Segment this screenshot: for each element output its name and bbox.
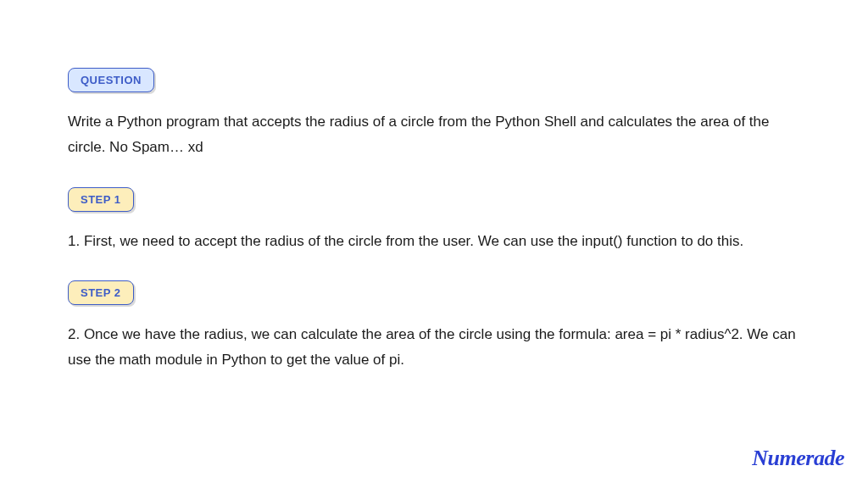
brand-logo: Numerade bbox=[752, 446, 844, 471]
step-1-badge: STEP 1 bbox=[68, 187, 134, 212]
step-2-badge: STEP 2 bbox=[68, 280, 134, 305]
step-2-section: STEP 2 2. Once we have the radius, we ca… bbox=[68, 280, 800, 373]
question-text: Write a Python program that accepts the … bbox=[68, 109, 800, 160]
question-section: QUESTION Write a Python program that acc… bbox=[68, 68, 800, 160]
step-1-text: 1. First, we need to accept the radius o… bbox=[68, 229, 800, 254]
question-badge: QUESTION bbox=[68, 68, 154, 92]
step-1-section: STEP 1 1. First, we need to accept the r… bbox=[68, 187, 800, 254]
step-2-text: 2. Once we have the radius, we can calcu… bbox=[68, 322, 800, 373]
